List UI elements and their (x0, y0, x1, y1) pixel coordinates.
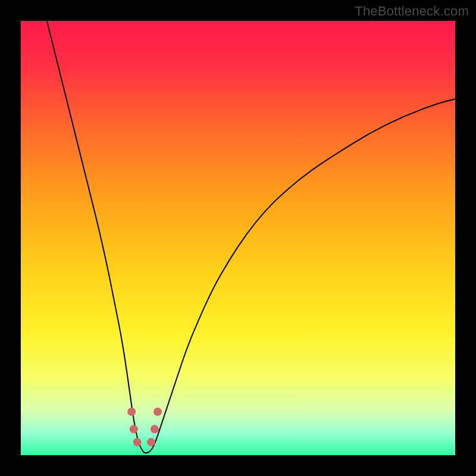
marker-dot (133, 438, 142, 446)
plot-area (21, 21, 455, 455)
marker-dot (127, 408, 136, 416)
marker-dot (130, 425, 138, 433)
marker-dot (154, 408, 162, 416)
watermark-text: TheBottleneck.com (355, 4, 469, 19)
marker-dot (151, 425, 159, 433)
gradient-background (21, 21, 455, 455)
chart-frame: TheBottleneck.com (0, 0, 476, 476)
chart-svg (21, 21, 455, 455)
marker-dot (147, 438, 155, 446)
